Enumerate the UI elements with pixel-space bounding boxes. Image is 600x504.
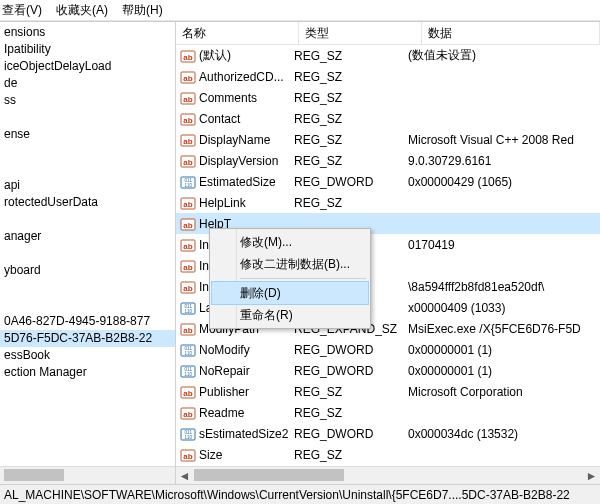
string-value-icon <box>180 132 196 148</box>
table-row[interactable]: AuthorizedCD...REG_SZ <box>176 66 600 87</box>
value-type: REG_SZ <box>290 112 404 126</box>
value-type: REG_SZ <box>290 70 404 84</box>
string-value-icon <box>180 90 196 106</box>
value-data: MsiExec.exe /X{5FCE6D76-F5D <box>404 322 600 336</box>
menu-bar: 查看(V) 收藏夹(A) 帮助(H) <box>0 0 600 21</box>
value-type: REG_SZ <box>290 196 404 210</box>
tree-item[interactable]: 5D76-F5DC-37AB-B2B8-22 <box>0 330 175 347</box>
value-data: 0x00000429 (1065) <box>404 175 600 189</box>
value-type: REG_DWORD <box>290 175 404 189</box>
table-row[interactable]: HelpLinkREG_SZ <box>176 192 600 213</box>
list-horizontal-scrollbar[interactable]: ◄ ► <box>176 466 600 484</box>
table-row[interactable]: DisplayNameREG_SZMicrosoft Visual C++ 20… <box>176 129 600 150</box>
value-data: Microsoft Visual C++ 2008 Red <box>404 133 600 147</box>
tree-item[interactable] <box>0 160 175 177</box>
column-data[interactable]: 数据 <box>422 22 600 44</box>
value-data: 0x000034dc (13532) <box>404 427 600 441</box>
context-menu: 修改(M)... 修改二进制数据(B)... 删除(D) 重命名(R) <box>209 228 371 329</box>
value-name: DisplayName <box>199 133 270 147</box>
tree-item[interactable]: ection Manager <box>0 364 175 381</box>
tree-item[interactable]: anager <box>0 228 175 245</box>
value-name: sEstimatedSize2 <box>199 427 288 441</box>
menu-favorites[interactable]: 收藏夹(A) <box>56 0 108 20</box>
list-header[interactable]: 名称 类型 数据 <box>176 22 600 45</box>
tree-item[interactable] <box>0 279 175 296</box>
value-name: NoRepair <box>199 364 250 378</box>
value-name: Comments <box>199 91 257 105</box>
value-type: REG_SZ <box>290 49 404 63</box>
value-name: AuthorizedCD... <box>199 70 284 84</box>
tree-item[interactable] <box>0 109 175 126</box>
value-name: Publisher <box>199 385 249 399</box>
scroll-left-arrow-icon[interactable]: ◄ <box>176 467 193 484</box>
value-name: (默认) <box>199 47 231 64</box>
tree-item[interactable]: api <box>0 177 175 194</box>
string-value-icon <box>180 384 196 400</box>
string-value-icon <box>180 111 196 127</box>
binary-value-icon <box>180 174 196 190</box>
tree-item[interactable] <box>0 296 175 313</box>
table-row[interactable]: NoRepairREG_DWORD0x00000001 (1) <box>176 360 600 381</box>
tree-item[interactable]: de <box>0 75 175 92</box>
table-row[interactable]: NoModifyREG_DWORD0x00000001 (1) <box>176 339 600 360</box>
string-value-icon <box>180 69 196 85</box>
scrollbar-thumb[interactable] <box>194 469 344 481</box>
tree-item[interactable]: yboard <box>0 262 175 279</box>
column-type[interactable]: 类型 <box>299 22 422 44</box>
tree-item[interactable] <box>0 211 175 228</box>
table-row[interactable]: DisplayVersionREG_SZ9.0.30729.6161 <box>176 150 600 171</box>
value-data: 0x00000001 (1) <box>404 364 600 378</box>
table-row[interactable]: SizeREG_SZ <box>176 444 600 465</box>
value-name: Readme <box>199 406 244 420</box>
value-name: DisplayVersion <box>199 154 278 168</box>
scrollbar-thumb[interactable] <box>4 469 64 481</box>
value-type: REG_SZ <box>290 406 404 420</box>
string-value-icon <box>180 216 196 232</box>
value-type: REG_DWORD <box>290 343 404 357</box>
value-type: REG_SZ <box>290 385 404 399</box>
table-row[interactable]: PublisherREG_SZMicrosoft Corporation <box>176 381 600 402</box>
tree-item[interactable]: ense <box>0 126 175 143</box>
tree-item[interactable] <box>0 143 175 160</box>
value-type: REG_SZ <box>290 154 404 168</box>
column-name[interactable]: 名称 <box>176 22 299 44</box>
menu-separator <box>240 278 366 279</box>
value-data: 0170419 <box>404 238 600 252</box>
table-row[interactable]: CommentsREG_SZ <box>176 87 600 108</box>
value-type: REG_SZ <box>290 91 404 105</box>
registry-tree[interactable]: ensionsIpatibilityiceObjectDelayLoaddess… <box>0 22 176 484</box>
table-row[interactable]: EstimatedSizeREG_DWORD0x00000429 (1065) <box>176 171 600 192</box>
string-value-icon <box>180 321 196 337</box>
menu-delete[interactable]: 删除(D) <box>211 281 369 305</box>
menu-help[interactable]: 帮助(H) <box>122 0 163 20</box>
tree-item[interactable]: ss <box>0 92 175 109</box>
string-value-icon <box>180 153 196 169</box>
tree-item[interactable] <box>0 245 175 262</box>
tree-item[interactable]: iceObjectDelayLoad <box>0 58 175 75</box>
string-value-icon <box>180 258 196 274</box>
menu-modify[interactable]: 修改(M)... <box>212 231 368 253</box>
tree-item[interactable]: Ipatibility <box>0 41 175 58</box>
tree-horizontal-scrollbar[interactable] <box>0 466 175 484</box>
menu-view[interactable]: 查看(V) <box>2 0 42 20</box>
value-name: NoModify <box>199 343 250 357</box>
table-row[interactable]: ReadmeREG_SZ <box>176 402 600 423</box>
status-bar: AL_MACHINE\SOFTWARE\Microsoft\Windows\Cu… <box>0 484 600 504</box>
string-value-icon <box>180 195 196 211</box>
binary-value-icon <box>180 342 196 358</box>
binary-value-icon <box>180 363 196 379</box>
value-name: EstimatedSize <box>199 175 276 189</box>
tree-item[interactable]: ensions <box>0 24 175 41</box>
tree-item[interactable]: rotectedUserData <box>0 194 175 211</box>
menu-rename[interactable]: 重命名(R) <box>212 304 368 326</box>
string-value-icon <box>180 279 196 295</box>
tree-item[interactable]: essBook <box>0 347 175 364</box>
tree-item[interactable]: 0A46-827D-4945-9188-877 <box>0 313 175 330</box>
string-value-icon <box>180 48 196 64</box>
value-type: REG_SZ <box>290 448 404 462</box>
scroll-right-arrow-icon[interactable]: ► <box>583 467 600 484</box>
table-row[interactable]: sEstimatedSize2REG_DWORD0x000034dc (1353… <box>176 423 600 444</box>
table-row[interactable]: ContactREG_SZ <box>176 108 600 129</box>
table-row[interactable]: (默认)REG_SZ(数值未设置) <box>176 45 600 66</box>
menu-modify-binary[interactable]: 修改二进制数据(B)... <box>212 253 368 275</box>
